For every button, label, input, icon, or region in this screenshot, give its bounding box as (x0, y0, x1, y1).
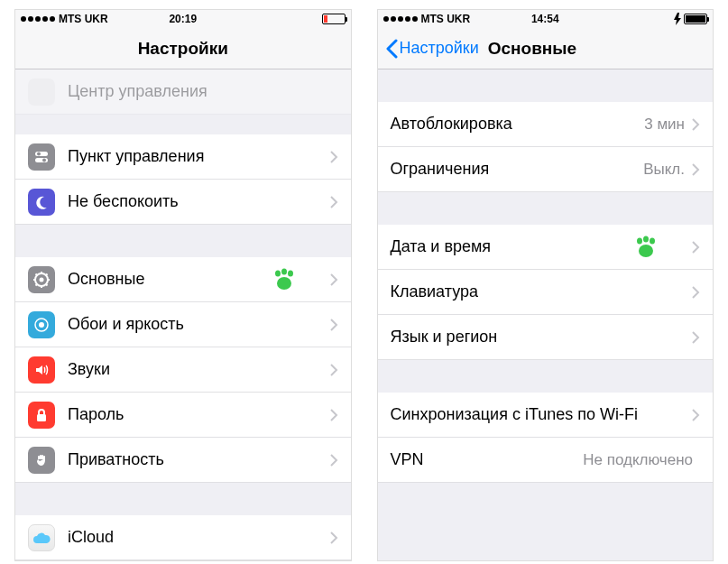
settings-row-general[interactable]: Основные (15, 257, 351, 302)
settings-row-faded: Центр управления (15, 69, 351, 115)
settings-row-wallpaper[interactable]: Обои и яркость (15, 302, 351, 347)
nav-bar: Настройки Основные (378, 28, 714, 69)
phone-right: MTS UKR 14:54 Настройки Основные Автобло… (377, 9, 714, 561)
brightness-icon (28, 311, 55, 338)
svg-point-16 (288, 270, 293, 276)
status-time: 14:54 (531, 13, 559, 25)
svg-line-10 (36, 273, 38, 275)
svg-point-22 (643, 236, 649, 242)
row-label: VPN (391, 450, 584, 469)
row-label: Автоблокировка (391, 115, 645, 134)
hand-icon (28, 447, 55, 474)
speaker-icon (28, 356, 55, 384)
row-value: 3 мин (644, 116, 685, 134)
general-row-restrictions[interactable]: Ограничения Выкл. (378, 147, 714, 192)
status-bar: MTS UKR 20:19 (15, 10, 351, 28)
row-label: Не беспокоить (68, 192, 330, 211)
row-label: Пароль (68, 405, 330, 424)
settings-row-passcode[interactable]: Пароль (15, 393, 351, 438)
row-label: Звуки (68, 360, 330, 379)
back-button[interactable]: Настройки (385, 39, 479, 59)
svg-point-3 (42, 158, 46, 162)
chevron-right-icon (330, 364, 338, 376)
carrier-label: MTS UKR (421, 13, 471, 25)
chevron-right-icon (692, 163, 700, 176)
phone-left: MTS UKR 20:19 Настройки Центр управления… (14, 9, 352, 561)
svg-line-12 (36, 283, 38, 285)
chevron-right-icon (330, 454, 338, 467)
toggle-icon (28, 143, 55, 171)
chevron-right-icon (330, 319, 338, 331)
battery-icon (684, 14, 707, 24)
general-row-datetime[interactable]: Дата и время (378, 225, 714, 270)
lock-icon (28, 402, 55, 429)
paw-highlight-icon (272, 268, 297, 291)
status-bar: MTS UKR 14:54 (378, 10, 714, 28)
general-row-language[interactable]: Язык и регион (378, 315, 714, 360)
settings-row-dnd[interactable]: Не беспокоить (15, 180, 351, 225)
status-time: 20:19 (169, 13, 197, 25)
chevron-right-icon (692, 286, 700, 299)
row-label: Язык и регион (391, 328, 693, 347)
battery-icon (322, 14, 346, 24)
svg-point-21 (637, 237, 642, 244)
row-label: Приватность (68, 450, 330, 469)
moon-icon (28, 189, 55, 216)
row-label: Синхронизация с iTunes по Wi-Fi (391, 405, 693, 424)
signal-dots-icon (21, 16, 55, 22)
gear-icon (28, 266, 55, 293)
svg-point-2 (37, 152, 41, 155)
settings-row-privacy[interactable]: Приватность (15, 438, 351, 483)
chevron-right-icon (330, 532, 338, 544)
chevron-right-icon (330, 151, 338, 163)
back-label: Настройки (400, 39, 479, 58)
charging-icon (674, 13, 681, 25)
svg-line-13 (46, 273, 48, 275)
nav-bar: Настройки (15, 28, 351, 69)
row-value: Выкл. (643, 161, 685, 179)
svg-point-14 (275, 270, 281, 276)
svg-point-5 (40, 277, 44, 282)
general-row-vpn[interactable]: VPN Не подключено (378, 438, 714, 483)
row-label: iCloud (68, 528, 330, 547)
row-label: Ограничения (391, 160, 644, 179)
row-label: Клавиатура (391, 282, 693, 301)
settings-row-control-center[interactable]: Пункт управления (15, 134, 351, 180)
svg-rect-20 (37, 414, 46, 421)
row-label: Центр управления (68, 82, 338, 101)
svg-point-24 (639, 245, 653, 257)
chevron-right-icon (692, 331, 700, 344)
general-row-keyboard[interactable]: Клавиатура (378, 270, 714, 315)
general-row-autolock[interactable]: Автоблокировка 3 мин (378, 102, 714, 147)
chevron-right-icon (330, 273, 338, 286)
row-value: Не подключено (583, 451, 693, 469)
row-label: Обои и яркость (68, 315, 330, 334)
page-title: Основные (488, 39, 576, 59)
svg-point-17 (277, 277, 291, 290)
settings-row-icloud[interactable]: iCloud (15, 515, 351, 560)
svg-line-11 (46, 283, 48, 285)
signal-dots-icon (383, 16, 418, 22)
settings-row-sounds[interactable]: Звуки (15, 347, 351, 393)
page-title: Настройки (138, 39, 228, 59)
row-label: Пункт управления (68, 147, 330, 166)
chevron-right-icon (692, 409, 700, 421)
paw-highlight-icon (633, 236, 659, 259)
chevron-right-icon (330, 409, 338, 421)
svg-point-23 (650, 237, 655, 244)
cloud-icon (28, 524, 55, 551)
svg-point-15 (281, 268, 287, 274)
svg-point-19 (39, 322, 44, 328)
chevron-right-icon (692, 118, 700, 131)
placeholder-icon (28, 79, 55, 106)
carrier-label: MTS UKR (59, 13, 108, 25)
chevron-right-icon (692, 241, 700, 254)
general-row-itunes-wifi[interactable]: Синхронизация с iTunes по Wi-Fi (378, 393, 714, 438)
chevron-right-icon (330, 196, 338, 208)
